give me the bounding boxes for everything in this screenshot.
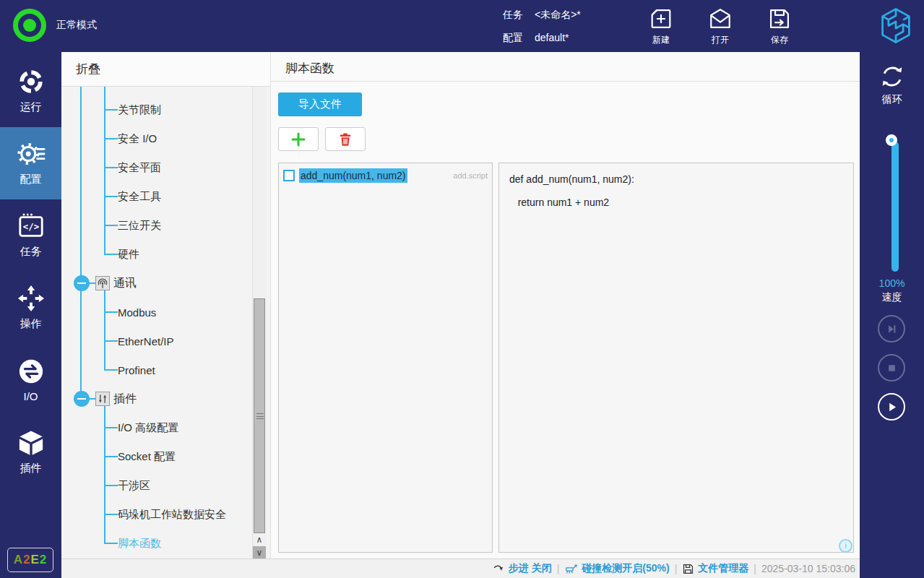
topbar-action-label: 保存 (771, 34, 788, 46)
scrollbar-thumb[interactable] (254, 298, 265, 533)
svg-text:</>: </> (22, 222, 38, 232)
sidebar-item-task[interactable]: </>任务 (0, 199, 61, 272)
collapse-toggle-icon[interactable] (74, 391, 90, 407)
tree-item-4[interactable]: 三位开关 (61, 211, 248, 240)
io-icon (17, 358, 45, 385)
tree-item-6[interactable]: 通讯 (61, 269, 248, 298)
code-line: def add_num(num1, num2): (509, 168, 843, 191)
tree-item-label: 码垛机工作站数据安全 (118, 508, 226, 522)
sidebar-item-plugin[interactable]: 插件 (0, 416, 61, 488)
tree-item-label: I/O 高级配置 (118, 421, 178, 435)
step-forward-button[interactable] (878, 315, 905, 342)
tree-item-12[interactable]: Socket 配置 (61, 442, 248, 471)
tree-item-10[interactable]: 插件 (61, 384, 248, 413)
scroll-down-button[interactable]: ∨ (253, 546, 266, 558)
collision-robot-icon (564, 563, 578, 575)
tree-item-label: 安全平面 (118, 161, 161, 175)
sidebar-item-label: 操作 (20, 317, 42, 331)
tree-scrollbar[interactable]: ∧ ∨ (252, 87, 266, 558)
status-separator: | (754, 563, 756, 574)
collapse-toggle-icon[interactable] (74, 275, 90, 291)
collision-detection-label: 碰撞检测开启(50%) (582, 562, 669, 575)
tree-item-9[interactable]: Profinet (61, 355, 248, 384)
topbar-action-label: 新建 (652, 34, 670, 46)
stop-icon (885, 361, 899, 375)
sidebar-item-io[interactable]: I/O (0, 344, 61, 416)
tree-item-5[interactable]: 硬件 (61, 240, 248, 269)
tree-item-label: 通讯 (113, 276, 137, 291)
sidebar-item-label: 配置 (20, 173, 42, 186)
step-mode-label: 步进 关闭 (509, 562, 552, 575)
tree-item-label: 插件 (113, 392, 137, 407)
info-icon[interactable]: i (839, 539, 852, 553)
stop-button[interactable] (878, 354, 905, 381)
open-file-icon (708, 5, 733, 33)
top-bar: 正常模式 任务 <未命名>* 配置 default* 新建打开保存 (0, 0, 924, 52)
run-icon (17, 68, 45, 95)
tree-item-label: 安全工具 (118, 190, 161, 204)
add-script-button[interactable] (278, 127, 319, 151)
brand-logo-icon (879, 7, 912, 45)
script-list-item[interactable]: add_num(num1, num2)add.script (282, 166, 489, 185)
tree-item-label: 硬件 (118, 248, 139, 262)
sidebar-item-label: 插件 (20, 462, 42, 475)
scroll-up-button[interactable]: ∧ (253, 533, 266, 545)
sliders-icon (95, 392, 110, 406)
tree-item-14[interactable]: 码垛机工作站数据安全 (61, 500, 248, 529)
version-badge: A2E2 (7, 548, 53, 572)
nav-items: 运行配置</>任务操作I/O插件 (0, 55, 61, 488)
sidebar-item-operate[interactable]: 操作 (0, 272, 61, 344)
topbar-new-button[interactable]: 新建 (640, 5, 682, 46)
tree-item-label: 关节限制 (118, 103, 161, 117)
tree-item-7[interactable]: Modbus (61, 298, 248, 327)
mode-label: 正常模式 (56, 19, 97, 32)
play-button[interactable] (878, 393, 905, 420)
config-label: 配置 (503, 30, 523, 46)
sidebar-item-label: I/O (23, 390, 38, 402)
move-arrows-icon (17, 285, 45, 312)
speed-slider-track[interactable] (891, 142, 899, 272)
file-manager-button[interactable]: 文件管理器 (682, 562, 748, 575)
sidebar-item-config[interactable]: 配置 (0, 127, 61, 199)
tree-rows: 关节限制安全 I/O安全平面安全工具三位开关硬件通讯ModbusEtherNet… (61, 95, 248, 558)
status-separator: | (675, 563, 678, 574)
tree-item-15[interactable]: 脚本函数 (61, 529, 248, 558)
tree-item-1[interactable]: 安全 I/O (61, 124, 248, 153)
tree-item-0[interactable]: 关节限制 (61, 95, 248, 124)
gear-icon (16, 140, 46, 168)
tree-body: 关节限制安全 I/O安全平面安全工具三位开关硬件通讯ModbusEtherNet… (61, 87, 270, 558)
topbar-open-button[interactable]: 打开 (699, 5, 741, 46)
mode-indicator-icon (13, 9, 46, 42)
collapse-all-button[interactable]: 折叠 (61, 52, 270, 87)
delete-script-button[interactable] (325, 127, 366, 151)
speed-slider-knob[interactable] (886, 134, 897, 146)
topbar-save-button[interactable]: 保存 (759, 5, 800, 46)
tree-item-8[interactable]: EtherNet/IP (61, 327, 248, 355)
loop-mode-button[interactable]: 循环 (860, 63, 924, 106)
cube-icon (17, 429, 45, 457)
speed-value: 100% (860, 277, 924, 289)
tree-item-3[interactable]: 安全工具 (61, 182, 248, 211)
new-file-icon (649, 5, 673, 33)
badge-char: 2 (40, 553, 47, 567)
title-separator (271, 81, 860, 82)
tree-item-13[interactable]: 干涉区 (61, 471, 248, 500)
file-manager-icon (682, 563, 694, 575)
tree-item-11[interactable]: I/O 高级配置 (61, 413, 248, 442)
step-arrow-icon (493, 563, 505, 575)
sidebar-item-label: 任务 (20, 245, 42, 259)
script-checkbox[interactable] (283, 170, 295, 181)
status-separator: | (557, 563, 560, 574)
page-title: 脚本函数 (285, 60, 334, 77)
topbar-action-label: 打开 (712, 34, 729, 46)
import-file-button[interactable]: 导入文件 (278, 92, 362, 116)
app-window: 正常模式 任务 <未命名>* 配置 default* 新建打开保存 运行配置</… (0, 0, 924, 578)
sidebar-item-run[interactable]: 运行 (0, 55, 61, 127)
step-mode-status[interactable]: 步进 关闭 (493, 562, 552, 575)
collision-detection-status[interactable]: 碰撞检测开启(50%) (564, 562, 669, 575)
code-preview-panel[interactable]: def add_num(num1, num2): return num1 + n… (498, 163, 854, 553)
plus-icon (290, 131, 307, 148)
tree-item-2[interactable]: 安全平面 (61, 153, 248, 182)
trash-icon (337, 131, 353, 147)
config-value: default* (535, 30, 569, 46)
